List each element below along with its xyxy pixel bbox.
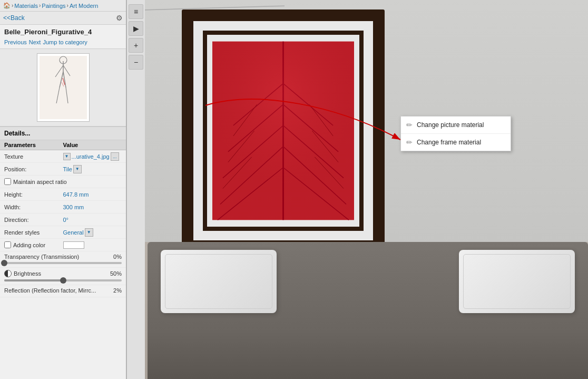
home-icon[interactable]: 🏠 — [3, 2, 11, 9]
param-row-render: Render styles General ▼ — [0, 226, 126, 239]
bed-area — [148, 242, 588, 379]
pencil-icon-frame: ✏ — [406, 138, 413, 147]
adding-color-checkbox[interactable] — [4, 241, 11, 248]
svg-line-11 — [126, 0, 285, 11]
brightness-track[interactable] — [4, 279, 122, 281]
brightness-thumb[interactable] — [60, 277, 66, 284]
main-area: ✏ Change picture material ✏ Change frame… — [126, 0, 588, 379]
side-toolbar: ≡ ▶ + − — [126, 0, 145, 379]
nav-buttons: Previous Next Jump to category — [0, 38, 126, 48]
dropdown-arrow-texture[interactable]: ▼ — [63, 153, 71, 160]
render-dropdown[interactable]: ▼ — [85, 228, 93, 237]
reflection-section: Reflection (Reflection factor, Mirrc... … — [0, 285, 126, 297]
maintain-aspect-ratio-label: Maintain aspect ratio — [13, 179, 67, 185]
arrow-button[interactable]: ▶ — [129, 21, 143, 36]
brightness-label: Brightness — [4, 270, 41, 277]
param-row-direction: Direction: 0° — [0, 213, 126, 226]
brightness-section: Brightness 50% — [0, 268, 126, 285]
transparency-track[interactable] — [4, 262, 122, 264]
thumbnail-svg — [40, 56, 87, 119]
reflection-pct: 2% — [113, 287, 122, 294]
breadcrumb-materials[interactable]: Materials — [14, 3, 38, 9]
pillow-right-inner — [463, 254, 571, 309]
transparency-thumb[interactable] — [1, 260, 7, 266]
painting-frame-outer — [182, 9, 385, 252]
param-row-width: Width: 300 mm — [0, 201, 126, 213]
brightness-fill — [4, 279, 63, 281]
maintain-aspect-ratio-row: Maintain aspect ratio — [0, 176, 126, 188]
direction-label: Direction: — [4, 217, 63, 223]
maintain-aspect-ratio-checkbox[interactable] — [4, 178, 11, 185]
color-swatch[interactable] — [63, 241, 84, 249]
params-header: Parameters Value — [0, 140, 126, 150]
param-row-height: Height: 647.8 mm — [0, 188, 126, 201]
direction-value: 0° — [63, 217, 122, 223]
height-value: 647.8 mm — [63, 191, 122, 198]
width-value: 300 mm — [63, 204, 122, 210]
texture-label: Texture — [4, 153, 63, 160]
breadcrumb-paintings[interactable]: Paintings — [42, 3, 65, 9]
context-menu-item-frame[interactable]: ✏ Change frame material — [401, 134, 511, 151]
texture-filename: ...urative_4.jpg — [72, 153, 110, 160]
params-col-value: Value — [63, 142, 122, 148]
panel-title: Belle_Pieroni_Figurative_4 — [0, 25, 126, 38]
color-swatch-container — [63, 241, 122, 249]
render-label: Render styles — [4, 229, 63, 236]
height-label: Height: — [4, 191, 63, 198]
texture-value: ▼ ...urative_4.jpg ... — [63, 152, 122, 161]
position-dropdown[interactable]: ▼ — [73, 165, 82, 173]
brightness-icon — [4, 270, 12, 277]
back-button[interactable]: <<Back — [3, 14, 25, 22]
context-menu: ✏ Change picture material ✏ Change frame… — [400, 116, 511, 151]
breadcrumb-artmodern[interactable]: Art Modern — [70, 3, 98, 9]
svg-rect-32 — [212, 42, 354, 220]
change-picture-label: Change picture material — [417, 121, 484, 129]
list-view-button[interactable]: ≡ — [129, 4, 143, 19]
render-text: General — [63, 229, 84, 236]
leaf-svg — [212, 40, 354, 221]
position-text: Tile — [63, 166, 72, 172]
change-frame-label: Change frame material — [417, 139, 481, 146]
position-label: Position: — [4, 166, 63, 172]
transparency-label: Transparency (Transmission) — [4, 254, 79, 260]
brightness-pct: 50% — [110, 270, 122, 277]
pillow-left — [161, 250, 277, 313]
details-header: Details... — [0, 127, 126, 140]
pillow-left-inner — [165, 254, 272, 309]
jump-to-category-button[interactable]: Jump to category — [43, 39, 87, 45]
color-label: Adding color — [4, 241, 63, 248]
render-value: General ▼ — [63, 228, 122, 237]
minus-button[interactable]: − — [129, 55, 143, 70]
param-row-color: Adding color — [0, 239, 126, 251]
width-label: Width: — [4, 204, 63, 210]
param-row-position: Position: Tile ▼ — [0, 163, 126, 176]
reflection-label: Reflection (Reflection factor, Mirrc... — [4, 287, 96, 294]
details-section: Details... Parameters Value Texture ▼ ..… — [0, 127, 126, 379]
plus-button[interactable]: + — [129, 38, 143, 53]
pencil-icon-picture: ✏ — [406, 121, 413, 129]
param-row-texture: Texture ▼ ...urative_4.jpg ... — [0, 150, 126, 163]
context-menu-item-picture[interactable]: ✏ Change picture material — [401, 116, 511, 134]
transparency-section: Transparency (Transmission) 0% — [0, 251, 126, 268]
previous-button[interactable]: Previous — [4, 39, 27, 45]
gear-icon[interactable]: ⚙ — [116, 14, 123, 22]
thumbnail-area — [0, 48, 126, 127]
ellipsis-button[interactable]: ... — [111, 152, 119, 161]
panel-header: <<Back ⚙ — [0, 12, 126, 25]
breadcrumb: 🏠 › Materials › Paintings › Art Modern — [0, 0, 126, 12]
position-value: Tile ▼ — [63, 165, 122, 173]
brightness-text: Brightness — [14, 270, 41, 277]
next-button[interactable]: Next — [29, 39, 41, 45]
picture-content — [212, 40, 354, 221]
pillow-right — [459, 250, 575, 313]
material-thumbnail — [37, 53, 90, 122]
transparency-pct: 0% — [113, 254, 122, 260]
bed-base — [148, 332, 588, 379]
params-col-param: Parameters — [4, 142, 63, 148]
